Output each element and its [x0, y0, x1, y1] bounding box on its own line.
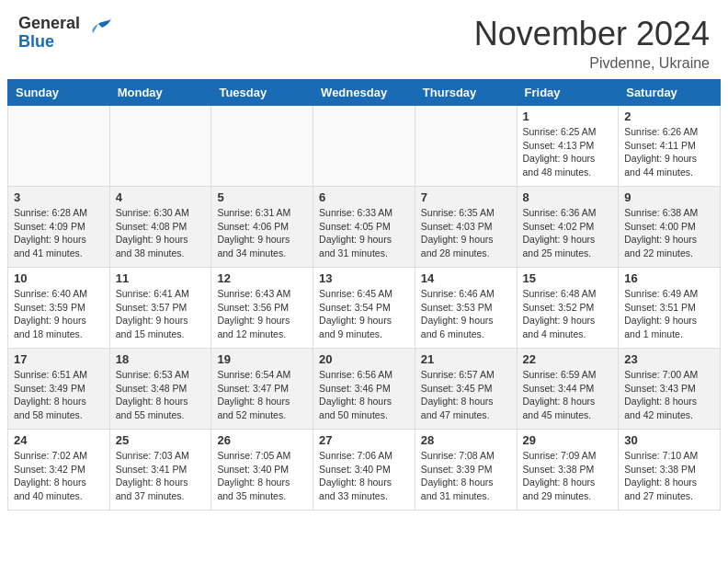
daylight-text: Daylight: 9 hours and 1 minute. — [624, 314, 714, 340]
day-number: 10 — [14, 271, 104, 285]
calendar-cell-27: 27Sunrise: 7:06 AMSunset: 3:40 PMDayligh… — [313, 430, 415, 511]
day-number: 23 — [624, 352, 714, 366]
daylight-text: Daylight: 9 hours and 44 minutes. — [624, 152, 714, 178]
sunset-text: Sunset: 3:53 PM — [421, 301, 511, 315]
sunset-text: Sunset: 3:45 PM — [421, 382, 511, 396]
calendar-week-row: 3Sunrise: 6:28 AMSunset: 4:09 PMDaylight… — [8, 187, 721, 268]
calendar-cell-9: 9Sunrise: 6:38 AMSunset: 4:00 PMDaylight… — [619, 187, 721, 268]
sunrise-text: Sunrise: 6:53 AM — [116, 368, 206, 382]
daylight-text: Daylight: 9 hours and 9 minutes. — [319, 314, 409, 340]
calendar-cell-21: 21Sunrise: 6:57 AMSunset: 3:45 PMDayligh… — [415, 349, 517, 430]
calendar-week-row: 17Sunrise: 6:51 AMSunset: 3:49 PMDayligh… — [8, 349, 721, 430]
sunset-text: Sunset: 4:11 PM — [624, 139, 714, 153]
sunset-text: Sunset: 4:13 PM — [523, 139, 613, 153]
daylight-text: Daylight: 8 hours and 50 minutes. — [319, 395, 409, 421]
day-number: 7 — [421, 190, 511, 204]
daylight-text: Daylight: 8 hours and 58 minutes. — [14, 395, 104, 421]
day-number: 28 — [421, 433, 511, 447]
sunrise-text: Sunrise: 6:31 AM — [217, 206, 307, 220]
calendar-cell-30: 30Sunrise: 7:10 AMSunset: 3:38 PMDayligh… — [619, 430, 721, 511]
sunset-text: Sunset: 4:03 PM — [421, 220, 511, 234]
sunrise-text: Sunrise: 6:41 AM — [116, 287, 206, 301]
sunset-text: Sunset: 4:02 PM — [523, 220, 613, 234]
sunrise-text: Sunrise: 6:33 AM — [319, 206, 409, 220]
daylight-text: Daylight: 8 hours and 27 minutes. — [624, 476, 714, 502]
daylight-text: Daylight: 9 hours and 18 minutes. — [14, 314, 104, 340]
day-number: 22 — [523, 352, 613, 366]
daylight-text: Daylight: 9 hours and 4 minutes. — [523, 314, 613, 340]
daylight-text: Daylight: 8 hours and 45 minutes. — [523, 395, 613, 421]
sunrise-text: Sunrise: 6:43 AM — [217, 287, 307, 301]
calendar-week-row: 1Sunrise: 6:25 AMSunset: 4:13 PMDaylight… — [8, 106, 721, 187]
calendar-cell-14: 14Sunrise: 6:46 AMSunset: 3:53 PMDayligh… — [415, 268, 517, 349]
calendar-cell-5: 5Sunrise: 6:31 AMSunset: 4:06 PMDaylight… — [211, 187, 313, 268]
calendar-cell-22: 22Sunrise: 6:59 AMSunset: 3:44 PMDayligh… — [517, 349, 619, 430]
daylight-text: Daylight: 8 hours and 37 minutes. — [116, 476, 206, 502]
weekday-header-wednesday: Wednesday — [313, 80, 415, 106]
calendar-cell-15: 15Sunrise: 6:48 AMSunset: 3:52 PMDayligh… — [517, 268, 619, 349]
sunrise-text: Sunrise: 7:06 AM — [319, 449, 409, 463]
day-number: 11 — [116, 271, 206, 285]
day-number: 26 — [217, 433, 307, 447]
day-number: 14 — [421, 271, 511, 285]
daylight-text: Daylight: 9 hours and 31 minutes. — [319, 233, 409, 259]
day-number: 3 — [14, 190, 104, 204]
weekday-header-thursday: Thursday — [415, 80, 517, 106]
sunrise-text: Sunrise: 7:09 AM — [523, 449, 613, 463]
sunrise-text: Sunrise: 6:57 AM — [421, 368, 511, 382]
day-number: 8 — [523, 190, 613, 204]
daylight-text: Daylight: 8 hours and 52 minutes. — [217, 395, 307, 421]
calendar-cell-3: 3Sunrise: 6:28 AMSunset: 4:09 PMDaylight… — [8, 187, 110, 268]
weekday-header-sunday: Sunday — [8, 80, 110, 106]
sunrise-text: Sunrise: 6:48 AM — [523, 287, 613, 301]
calendar-cell-4: 4Sunrise: 6:30 AMSunset: 4:08 PMDaylight… — [109, 187, 211, 268]
day-number: 6 — [319, 190, 409, 204]
sunrise-text: Sunrise: 6:36 AM — [523, 206, 613, 220]
sunrise-text: Sunrise: 6:25 AM — [523, 125, 613, 139]
calendar-table: SundayMondayTuesdayWednesdayThursdayFrid… — [7, 79, 721, 511]
daylight-text: Daylight: 8 hours and 33 minutes. — [319, 476, 409, 502]
daylight-text: Daylight: 8 hours and 35 minutes. — [217, 476, 307, 502]
sunset-text: Sunset: 3:44 PM — [523, 382, 613, 396]
daylight-text: Daylight: 9 hours and 15 minutes. — [116, 314, 206, 340]
sunrise-text: Sunrise: 6:45 AM — [319, 287, 409, 301]
calendar-cell-13: 13Sunrise: 6:45 AMSunset: 3:54 PMDayligh… — [313, 268, 415, 349]
weekday-header-monday: Monday — [109, 80, 211, 106]
empty-cell — [211, 106, 313, 187]
daylight-text: Daylight: 9 hours and 12 minutes. — [217, 314, 307, 340]
logo-bird-icon — [82, 17, 115, 50]
day-number: 16 — [624, 271, 714, 285]
sunrise-text: Sunrise: 6:54 AM — [217, 368, 307, 382]
day-number: 17 — [14, 352, 104, 366]
calendar-cell-7: 7Sunrise: 6:35 AMSunset: 4:03 PMDaylight… — [415, 187, 517, 268]
sunrise-text: Sunrise: 6:51 AM — [14, 368, 104, 382]
sunset-text: Sunset: 3:38 PM — [624, 463, 714, 477]
daylight-text: Daylight: 9 hours and 22 minutes. — [624, 233, 714, 259]
sunrise-text: Sunrise: 7:02 AM — [14, 449, 104, 463]
sunrise-text: Sunrise: 7:08 AM — [421, 449, 511, 463]
daylight-text: Daylight: 8 hours and 47 minutes. — [421, 395, 511, 421]
calendar-cell-18: 18Sunrise: 6:53 AMSunset: 3:48 PMDayligh… — [109, 349, 211, 430]
day-number: 2 — [624, 109, 714, 123]
calendar-cell-17: 17Sunrise: 6:51 AMSunset: 3:49 PMDayligh… — [8, 349, 110, 430]
daylight-text: Daylight: 9 hours and 25 minutes. — [523, 233, 613, 259]
calendar-cell-6: 6Sunrise: 6:33 AMSunset: 4:05 PMDaylight… — [313, 187, 415, 268]
sunset-text: Sunset: 3:38 PM — [523, 463, 613, 477]
calendar-cell-12: 12Sunrise: 6:43 AMSunset: 3:56 PMDayligh… — [211, 268, 313, 349]
sunset-text: Sunset: 3:59 PM — [14, 301, 104, 315]
month-title: November 2024 — [474, 15, 710, 53]
calendar-cell-26: 26Sunrise: 7:05 AMSunset: 3:40 PMDayligh… — [211, 430, 313, 511]
calendar-cell-2: 2Sunrise: 6:26 AMSunset: 4:11 PMDaylight… — [619, 106, 721, 187]
day-number: 21 — [421, 352, 511, 366]
day-number: 20 — [319, 352, 409, 366]
weekday-header-friday: Friday — [517, 80, 619, 106]
day-number: 5 — [217, 190, 307, 204]
sunset-text: Sunset: 3:52 PM — [523, 301, 613, 315]
day-number: 24 — [14, 433, 104, 447]
daylight-text: Daylight: 8 hours and 29 minutes. — [523, 476, 613, 502]
sunrise-text: Sunrise: 6:28 AM — [14, 206, 104, 220]
calendar-cell-16: 16Sunrise: 6:49 AMSunset: 3:51 PMDayligh… — [619, 268, 721, 349]
day-number: 19 — [217, 352, 307, 366]
calendar-cell-10: 10Sunrise: 6:40 AMSunset: 3:59 PMDayligh… — [8, 268, 110, 349]
page-header: General Blue November 2024 Pivdenne, Ukr… — [0, 0, 728, 79]
